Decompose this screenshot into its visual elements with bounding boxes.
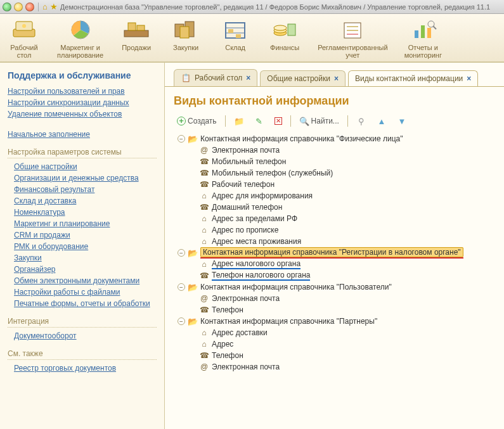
create-button[interactable]: + Создать [174, 115, 220, 127]
tree-item[interactable]: ☎Рабочий телефон [174, 179, 495, 190]
svg-rect-24 [421, 25, 425, 38]
window-max-button[interactable] [14, 3, 23, 11]
tree-label: Телефон налогового органа [212, 271, 310, 279]
nav-link[interactable]: Удаление помеченных объектов [8, 110, 157, 118]
tree-item[interactable]: ⌂Адрес за пределами РФ [174, 213, 495, 224]
home-icon: ⌂ [199, 260, 209, 269]
tree-folder[interactable]: −📂Контактная информация справочника "Рег… [174, 247, 495, 259]
expander-icon[interactable]: − [178, 317, 185, 325]
nav-link[interactable]: Настройки синхронизации данных [8, 98, 157, 107]
close-icon[interactable]: × [334, 74, 339, 83]
tab-general-settings[interactable]: Общие настройки × [260, 70, 346, 86]
close-icon[interactable]: × [467, 74, 471, 83]
nav-link[interactable]: Склад и доставка [14, 196, 157, 205]
main-section-bar: Рабочий стол Маркетинг и планирование Пр… [0, 14, 504, 63]
tree-item[interactable]: ☎Телефон [174, 350, 495, 361]
svg-rect-23 [415, 30, 418, 38]
tree-label: Адрес за пределами РФ [212, 214, 297, 223]
nav-link[interactable]: Реестр торговых документов [14, 364, 157, 373]
window-title: Демонстрационная база "Управление торгов… [60, 3, 490, 11]
home-icon[interactable]: ⌂ [42, 2, 48, 11]
tree-item[interactable]: ☎Телефон налогового органа [174, 270, 495, 281]
nav-group-title: См. также [8, 349, 157, 360]
contact-types-tree[interactable]: −📂Контактная информация справочника "Физ… [174, 133, 495, 373]
nav-link[interactable]: Настройки работы с файлами [14, 288, 157, 297]
move-down-button[interactable]: ▼ [394, 114, 410, 128]
tree-item[interactable]: ☎Мобильный телефон [174, 156, 495, 167]
home-icon: ⌂ [199, 226, 209, 234]
nav-link[interactable]: Органайзер [14, 265, 157, 274]
section-reports[interactable]: Отчеты и мониторинг [402, 16, 444, 60]
section-marketing[interactable]: Маркетинг и планирование [55, 16, 106, 60]
close-icon[interactable]: × [246, 74, 250, 82]
desktop-icon: 📋 [181, 73, 191, 83]
svg-rect-25 [427, 28, 431, 38]
warehouse-icon [221, 18, 250, 42]
find-button[interactable]: 🔍 Найти... [296, 114, 342, 128]
delete-button[interactable]: ✕ [271, 115, 285, 127]
nav-link[interactable]: Номенклатура [14, 208, 157, 217]
section-warehouse[interactable]: Склад [216, 16, 254, 60]
nav-link[interactable]: Документооборот [14, 331, 157, 340]
window-min-button[interactable] [3, 3, 11, 11]
section-finance[interactable]: Финансы [266, 16, 304, 60]
nav-link[interactable]: CRM и продажи [14, 231, 157, 240]
tab-desktop[interactable]: 📋 Рабочий стол × [174, 69, 257, 86]
nav-link[interactable]: Настройки пользователей и прав [8, 87, 157, 96]
expander-icon[interactable]: − [178, 249, 185, 257]
link-button[interactable]: ⚲ [353, 114, 370, 128]
home-icon: ⌂ [199, 214, 209, 223]
tree-item[interactable]: ☎Домашний телефон [174, 202, 495, 213]
tree-item[interactable]: @Электронная почта [174, 293, 495, 304]
tree-item[interactable]: @Электронная почта [174, 361, 495, 373]
tree-item[interactable]: ⌂Адрес налогового органа [174, 259, 495, 270]
home-icon: ⌂ [199, 191, 209, 200]
folder-icon: 📂 [188, 248, 198, 258]
star-icon[interactable]: ★ [50, 2, 58, 11]
tree-item[interactable]: ⌂Адрес для информирования [174, 190, 495, 202]
create-folder-button[interactable]: 📁 [231, 114, 247, 128]
section-sales[interactable]: Продажи [117, 16, 155, 60]
nav-link[interactable]: Финансовый результат [14, 185, 157, 194]
tree-label: Адрес доставки [212, 328, 268, 337]
tree-item[interactable]: ⌂Адрес [174, 338, 495, 350]
nav-link[interactable]: Общие настройки [14, 162, 157, 171]
move-up-button[interactable]: ▲ [373, 114, 390, 128]
link-icon: ⚲ [356, 116, 366, 126]
section-desktop[interactable]: Рабочий стол [5, 16, 43, 60]
marketing-icon [66, 18, 95, 42]
expander-icon[interactable]: − [178, 135, 185, 143]
tree-label: Адрес места проживания [212, 237, 301, 246]
tree-item[interactable]: ⌂Адрес доставки [174, 327, 495, 338]
tree-folder[interactable]: −📂Контактная информация справочника "Пол… [174, 281, 495, 293]
edit-button[interactable]: ✎ [251, 114, 268, 128]
email-icon: @ [199, 146, 209, 155]
tree-folder[interactable]: −📂Контактная информация справочника "Физ… [174, 133, 495, 144]
expander-icon[interactable]: − [178, 283, 185, 291]
nav-link[interactable]: Начальное заполнение [8, 130, 157, 139]
window-close-button[interactable] [25, 3, 34, 11]
tree-item[interactable]: ☎Телефон [174, 304, 495, 316]
desktop-icon [10, 18, 39, 42]
nav-link[interactable]: Закупки [14, 253, 157, 262]
nav-link[interactable]: РМК и оборудование [14, 242, 157, 251]
svg-line-27 [433, 26, 436, 29]
tree-item[interactable]: ⌂Адрес места проживания [174, 236, 495, 247]
tree-item[interactable]: @Электронная почта [174, 144, 495, 156]
phone-icon: ☎ [199, 271, 209, 280]
nav-link[interactable]: Маркетинг и планирование [14, 219, 157, 228]
window-titlebar: ⌂ ★ Демонстрационная база "Управление то… [0, 0, 504, 14]
email-icon: @ [199, 294, 209, 303]
tree-item[interactable]: ⌂Адрес по прописке [174, 224, 495, 236]
nav-link[interactable]: Печатные формы, отчеты и обработки [14, 299, 157, 308]
svg-rect-18 [288, 24, 295, 35]
nav-link[interactable]: Организации и денежные средства [14, 174, 157, 182]
section-purchases[interactable]: Закупки [167, 16, 205, 60]
tree-item[interactable]: ☎Мобильный телефон (служебный) [174, 167, 495, 179]
tab-contact-types[interactable]: Виды контактной информации × [348, 70, 478, 86]
page-title: Виды контактной информации [174, 94, 495, 108]
nav-link[interactable]: Обмен электронными документами [14, 276, 157, 285]
toolbar: + Создать 📁 ✎ ✕ 🔍 Найти... ⚲ ▲ ▼ [174, 114, 495, 128]
section-regaccounting[interactable]: Регламентированный учет [315, 16, 391, 60]
tree-folder[interactable]: −📂Контактная информация справочника "Пар… [174, 316, 495, 327]
